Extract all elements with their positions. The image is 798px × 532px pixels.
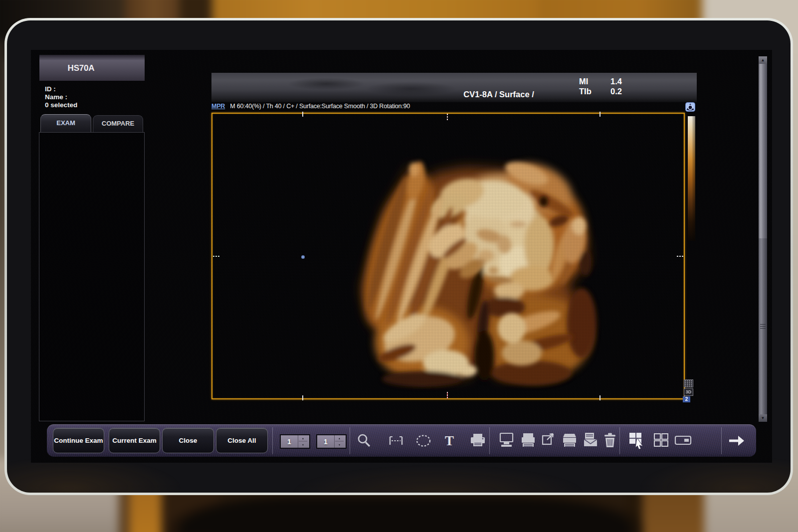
svg-text:T: T xyxy=(445,433,454,448)
